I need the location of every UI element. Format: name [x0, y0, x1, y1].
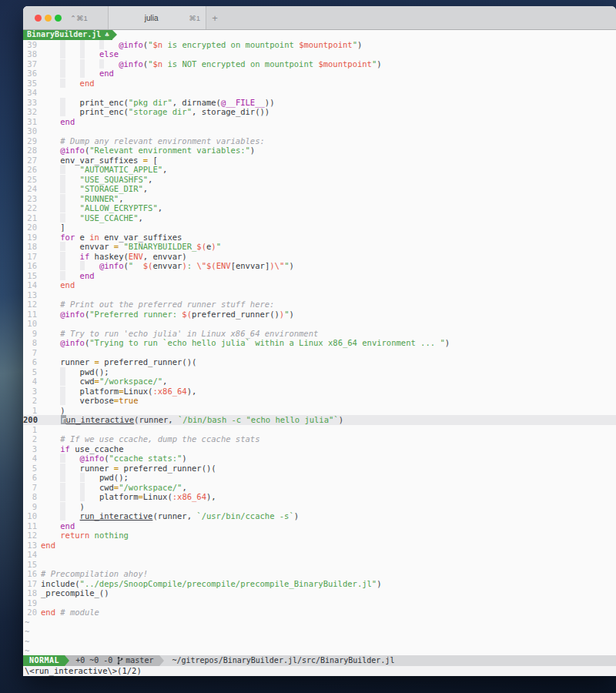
code-line[interactable]: 8 platform=Linux(:x86_64), — [23, 492, 616, 502]
code-line[interactable]: 1 — [23, 425, 616, 435]
code-line[interactable]: 25 "USE_SQUASHFS", — [23, 175, 616, 185]
line-number: 37 — [23, 59, 37, 69]
code-line[interactable]: 6 runner = preferred_runner()( — [23, 357, 616, 367]
code-line[interactable]: 3 platform=Linux(:x86_64), — [23, 387, 616, 397]
vim-editor[interactable]: BinaryBuilder.jl♣ 39 @info("$n is encryp… — [23, 30, 616, 655]
line-number: 10 — [23, 511, 37, 521]
code-line[interactable]: 11 @info("Preferred runner: $(preferred_… — [23, 310, 616, 320]
code-line[interactable]: 18_precompile_() — [23, 588, 616, 598]
code-line[interactable]: 8 @info("Trying to run `echo hello julia… — [23, 338, 616, 348]
close-window-button[interactable] — [35, 15, 42, 22]
line-number: 8 — [23, 338, 37, 348]
line-content: "USE_CCACHE", — [41, 213, 616, 223]
code-line[interactable]: 2 verbose=true — [23, 396, 616, 406]
code-line[interactable]: 29 # Dump any relevant environment varia… — [23, 136, 616, 146]
line-content: return nothing — [41, 531, 616, 541]
code-line[interactable]: 18 envvar = "BINARYBUILDER_$(e)" — [23, 242, 616, 252]
line-content: platform=Linux(:x86_64), — [41, 492, 616, 502]
code-line[interactable]: 10 — [23, 319, 616, 329]
code-line[interactable]: 17include("../deps/SnoopCompile/precompi… — [23, 579, 616, 589]
code-line[interactable]: 28 @info("Relevant environment variables… — [23, 146, 616, 156]
code-line[interactable]: 23 "RUNNER", — [23, 194, 616, 204]
indent-guide — [99, 59, 104, 69]
code-line[interactable]: 9 # Try to run 'echo julia' in Linux x86… — [23, 329, 616, 339]
code-line[interactable]: 15 end — [23, 271, 616, 281]
code-line[interactable]: 34 — [23, 88, 616, 98]
code-line[interactable]: 19 — [23, 598, 616, 608]
code-line[interactable]: 32 print_enc("storage dir", storage_dir(… — [23, 107, 616, 117]
line-number: 14 — [23, 550, 37, 560]
line-content: end # module — [41, 608, 616, 618]
minimize-window-button[interactable] — [45, 15, 52, 22]
code-line[interactable]: 13 — [23, 290, 616, 300]
line-content: print_enc("pkg dir", dirname(@__FILE__)) — [41, 98, 616, 108]
tab-julia[interactable]: julia ⌘1 — [109, 6, 206, 29]
code-line[interactable]: 31 end — [23, 117, 616, 127]
code-line[interactable]: 12 # Print out the preferred runner stuf… — [23, 300, 616, 310]
code-line[interactable]: 38 else — [23, 49, 616, 59]
code-line[interactable]: 39 @info("$n is encrypted on mountpoint … — [23, 40, 616, 50]
code-line[interactable]: 10 run_interactive(runner, `/usr/bin/cca… — [23, 511, 616, 521]
line-number: 14 — [23, 280, 37, 290]
code-line[interactable]: 20end # module — [23, 608, 616, 618]
line-content: if haskey(ENV, envvar) — [41, 252, 616, 262]
code-line[interactable]: 17 if haskey(ENV, envvar) — [23, 252, 616, 262]
code-line[interactable]: 13end — [23, 541, 616, 551]
line-content: end — [41, 117, 616, 127]
code-line[interactable]: 12 return nothing — [23, 531, 616, 541]
terminal-window: ⌃⌘1 julia ⌘1 + BinaryBuilder.jl♣ 39 @inf… — [23, 6, 616, 676]
traffic-light-group: ⌃⌘1 — [23, 6, 109, 29]
code-line[interactable]: 4 @info("ccache stats:") — [23, 454, 616, 464]
code-line[interactable]: 16# Precompilation ahoy! — [23, 569, 616, 579]
code-line[interactable]: 1 ) — [23, 406, 616, 416]
git-segment: +0 ~0 -0 master — [69, 655, 159, 666]
line-number: 5 — [23, 367, 37, 377]
code-line[interactable]: 20 ] — [23, 223, 616, 233]
search-match: run_interactive — [80, 511, 153, 521]
new-tab-button[interactable]: + — [206, 6, 223, 29]
code-line[interactable]: 3 if use_ccache — [23, 444, 616, 454]
line-content: pwd(); — [41, 473, 616, 483]
line-content: run_interactive(runner, `/usr/bin/ccache… — [41, 511, 616, 521]
code-line[interactable]: 5 runner = preferred_runner()( — [23, 464, 616, 474]
indent-guide — [60, 49, 65, 59]
code-line[interactable]: 24 "STORAGE_DIR", — [23, 184, 616, 194]
code-line[interactable]: 30 — [23, 126, 616, 136]
code-line[interactable]: 7 cwd="/workspace/", — [23, 483, 616, 493]
search-match: un_interactive — [66, 415, 135, 424]
code-line[interactable]: 4 cwd="/workspace/", — [23, 377, 616, 387]
code-line[interactable]: 33 print_enc("pkg dir", dirname(@__FILE_… — [23, 98, 616, 108]
line-number: 12 — [23, 300, 37, 310]
line-number: 17 — [23, 579, 37, 589]
code-line[interactable]: 27 env_var_suffixes = [ — [23, 156, 616, 166]
line-number: 7 — [23, 483, 37, 493]
line-content: "AUTOMATIC_APPLE", — [41, 165, 616, 175]
code-line[interactable]: 37 @info("$n is NOT encrypted on mountpo… — [23, 59, 616, 69]
code-line[interactable]: 9 ) — [23, 502, 616, 512]
line-content: end — [41, 280, 616, 290]
code-line[interactable]: 2 # If we use ccache, dump the ccache st… — [23, 434, 616, 444]
code-line[interactable]: 35 end — [23, 79, 616, 89]
code-line[interactable]: 15 — [23, 560, 616, 570]
line-content — [41, 550, 616, 560]
line-number: 16 — [23, 261, 37, 271]
code-line[interactable]: 6 pwd(); — [23, 473, 616, 483]
code-line[interactable]: 5 pwd(); — [23, 367, 616, 377]
buffer-name-badge: BinaryBuilder.jl♣ — [23, 30, 112, 40]
line-number: 2 — [23, 434, 37, 444]
zoom-window-button[interactable] — [55, 15, 62, 22]
code-line[interactable]: 14 end — [23, 280, 616, 290]
code-line[interactable]: 11 end — [23, 521, 616, 531]
code-line[interactable]: 26 "AUTOMATIC_APPLE", — [23, 165, 616, 175]
code-line[interactable]: 7 — [23, 348, 616, 358]
tab-shortcut-label: ⌘1 — [189, 14, 200, 22]
code-line[interactable]: 22 "ALLOW_ECRYPTFS", — [23, 203, 616, 213]
line-number: 18 — [23, 588, 37, 598]
code-line[interactable]: 14 — [23, 550, 616, 560]
code-line[interactable]: 19 for e in env_var_suffixes — [23, 233, 616, 243]
line-content — [41, 126, 616, 136]
code-line[interactable]: 36 end — [23, 69, 616, 79]
code-line[interactable]: 16 @info(" $(envvar): \"$(ENV[envvar])\"… — [23, 261, 616, 271]
code-line-current[interactable]: 200 run_interactive(runner, `/bin/bash -… — [23, 415, 616, 425]
code-line[interactable]: 21 "USE_CCACHE", — [23, 213, 616, 223]
